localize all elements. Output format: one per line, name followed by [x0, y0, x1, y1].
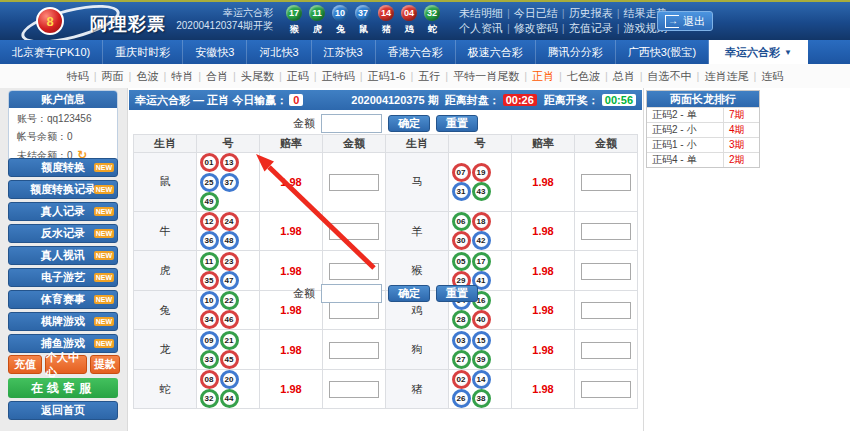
- sidebar-button[interactable]: 体育赛事NEW: [8, 290, 118, 309]
- game-tab[interactable]: 北京赛车(PK10): [0, 40, 103, 64]
- confirm-button-bottom[interactable]: 确定: [388, 285, 430, 302]
- game-tab[interactable]: 河北快3: [247, 40, 311, 64]
- game-tab[interactable]: 广西快3(骰宝): [616, 40, 709, 64]
- bet-amount-input[interactable]: [581, 174, 631, 191]
- amount-cell: [575, 369, 638, 409]
- bet-amount-input[interactable]: [329, 174, 379, 191]
- bet-type-link[interactable]: 连肖连尾: [704, 69, 748, 84]
- number-ball-icon: 45: [220, 350, 239, 369]
- new-badge: NEW: [94, 339, 114, 348]
- last-draw-info: 幸运六合彩 202004120374期开奖: [168, 6, 273, 32]
- bet-type-link[interactable]: 七色波: [567, 69, 600, 84]
- top-menu-item[interactable]: 充值记录: [569, 22, 613, 34]
- top-menu-row: 未结明细|今日已结|历史报表|结果走势: [455, 6, 672, 20]
- game-tab[interactable]: 重庆时时彩: [103, 40, 183, 64]
- top-menu-item[interactable]: 历史报表: [569, 7, 613, 19]
- bet-type-link[interactable]: 正码: [287, 69, 309, 84]
- amount-input-top[interactable]: [321, 114, 382, 133]
- lottery-ball-icon: 32: [424, 5, 440, 21]
- brand-logo[interactable]: 阿理彩票: [90, 12, 166, 36]
- bet-type-link[interactable]: 特肖: [171, 69, 193, 84]
- bet-amount-input[interactable]: [329, 302, 379, 319]
- game-tab[interactable]: 幸运六合彩▼: [709, 40, 808, 64]
- reset-button-top[interactable]: 重置: [436, 115, 478, 132]
- two-side-streak-panel: 两面长龙排行 正码2 - 单7期正码2 - 小4期正码1 - 小3期正码4 - …: [646, 90, 760, 168]
- game-tab[interactable]: 极速六合彩: [456, 40, 536, 64]
- odds-cell: 1.98: [512, 330, 575, 370]
- bet-type-link[interactable]: 总肖: [613, 69, 635, 84]
- number-ball-icon: 20: [220, 370, 239, 389]
- bet-amount-input[interactable]: [581, 223, 631, 240]
- number-ball-icon: 48: [220, 231, 239, 250]
- draw-ball: 37鼠: [355, 5, 372, 36]
- zodiac-cell: 蛇: [134, 369, 197, 409]
- bet-type-link[interactable]: 头尾数: [241, 69, 274, 84]
- sidebar-button-label: 额度转换记录: [30, 182, 96, 197]
- bet-type-link[interactable]: 特码: [67, 69, 89, 84]
- top-menu-item[interactable]: 个人资讯: [459, 22, 503, 34]
- bet-amount-input[interactable]: [329, 223, 379, 240]
- logout-button[interactable]: → 退出: [657, 11, 713, 31]
- bet-type-link[interactable]: 两面: [102, 69, 124, 84]
- bet-type-link[interactable]: 正码1-6: [368, 69, 406, 84]
- logout-label: 退出: [683, 14, 705, 29]
- bet-type-link[interactable]: 正特码: [322, 69, 355, 84]
- bet-type-link[interactable]: 色波: [136, 69, 158, 84]
- top-menu-item[interactable]: 今日已结: [514, 7, 558, 19]
- bet-amount-input[interactable]: [581, 302, 631, 319]
- sidebar-button[interactable]: 真人记录NEW: [8, 202, 118, 221]
- game-tab[interactable]: 安徽快3: [183, 40, 247, 64]
- bet-type-link[interactable]: 正肖: [532, 69, 554, 84]
- number-ball-icon: 09: [200, 331, 219, 350]
- table-row: 蛇082032441.98猪021426381.98: [134, 369, 638, 409]
- sidebar-button[interactable]: 真人视讯NEW: [8, 246, 118, 265]
- sidebar-button[interactable]: 电子游艺NEW: [8, 268, 118, 287]
- number-ball-icon: 40: [472, 310, 491, 329]
- bet-type-link[interactable]: 连码: [761, 69, 783, 84]
- online-service-button[interactable]: 在线客服: [8, 378, 118, 398]
- game-tab[interactable]: 香港六合彩: [376, 40, 456, 64]
- reset-button-bottom[interactable]: 重置: [436, 285, 478, 302]
- streak-value: 7期: [723, 108, 759, 122]
- draw-ball-zodiac: 蛇: [424, 23, 441, 36]
- bet-amount-input[interactable]: [581, 381, 631, 398]
- amount-label: 金额: [293, 286, 315, 301]
- lottery-ball-icon: 37: [355, 5, 371, 21]
- number-ball-icon: 33: [200, 350, 219, 369]
- bet-type-link[interactable]: 合肖: [206, 69, 228, 84]
- number-ball-icon: 08: [200, 370, 219, 389]
- number-ball-icon: 26: [452, 389, 471, 408]
- game-tab[interactable]: 腾讯分分彩: [536, 40, 616, 64]
- bet-type-link[interactable]: 平特一肖尾数: [453, 69, 519, 84]
- streak-label: 正码4 - 单: [647, 153, 723, 167]
- back-home-button[interactable]: 返回首页: [8, 401, 118, 420]
- number-ball-icon: 36: [200, 231, 219, 250]
- new-badge: NEW: [94, 207, 114, 216]
- sidebar-button[interactable]: 额度转换记录NEW: [8, 180, 118, 199]
- bet-amount-input[interactable]: [329, 342, 379, 359]
- bet-amount-input[interactable]: [581, 342, 631, 359]
- bet-type-link[interactable]: 自选不中: [648, 69, 692, 84]
- sidebar-button-label: 电子游艺: [41, 270, 85, 285]
- sidebar-button[interactable]: 额度转换NEW: [8, 158, 118, 177]
- zodiac-cell: 龙: [134, 330, 197, 370]
- quick-button[interactable]: 充值: [8, 355, 42, 374]
- top-menu-item[interactable]: 修改密码: [514, 22, 558, 34]
- zodiac-cell: 马: [386, 153, 449, 212]
- bet-amount-input[interactable]: [329, 381, 379, 398]
- bet-type-link[interactable]: 五行: [418, 69, 440, 84]
- number-ball-icon: 12: [200, 212, 219, 231]
- bet-amount-input[interactable]: [581, 263, 631, 280]
- amount-cell: [575, 211, 638, 251]
- game-tab[interactable]: 江苏快3: [312, 40, 376, 64]
- sidebar-button[interactable]: 反水记录NEW: [8, 224, 118, 243]
- quick-button[interactable]: 提款: [90, 355, 120, 374]
- sidebar-button[interactable]: 棋牌游戏NEW: [8, 312, 118, 331]
- top-accent-line: [0, 0, 850, 2]
- bet-amount-input[interactable]: [329, 263, 379, 280]
- quick-button[interactable]: 个人中心: [45, 355, 87, 374]
- top-menu-item[interactable]: 未结明细: [459, 7, 503, 19]
- confirm-button-top[interactable]: 确定: [388, 115, 430, 132]
- current-issue-unit: 期: [428, 93, 439, 108]
- amount-input-bottom[interactable]: [321, 284, 382, 303]
